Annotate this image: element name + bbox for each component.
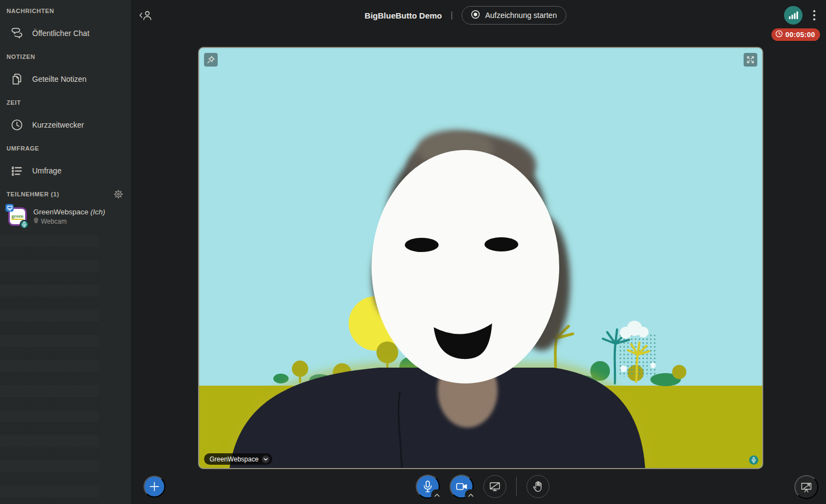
pin-icon [207, 56, 215, 64]
actions-plus-button[interactable] [143, 476, 165, 497]
stop-webcam-button[interactable] [450, 475, 474, 499]
raise-hand-button[interactable] [526, 475, 549, 498]
top-right-controls [784, 6, 818, 25]
sidebar-item-timer[interactable]: Kurzzeitwecker [0, 113, 131, 136]
section-header-umfrage: UMFRAGE [7, 143, 124, 154]
title-group: BigBlueButto Demo | Aufzeichnung starten [118, 0, 813, 31]
timer-clock-icon [775, 30, 783, 39]
webcam-feed [199, 48, 763, 469]
desktop-share-icon [5, 204, 14, 212]
participant-avatar: green [8, 207, 27, 226]
avatar-logo: green [11, 213, 23, 220]
top-bar: BigBlueButto Demo | Aufzeichnung starten [131, 0, 826, 31]
chat-icon [10, 26, 24, 40]
sidebar-item-label: Kurzzeitwecker [32, 121, 84, 129]
participant-row[interactable]: green GreenWebspace (Ich) [0, 205, 131, 228]
chevron-down-icon [262, 455, 270, 463]
signal-bars-icon [788, 11, 798, 20]
record-icon [471, 10, 480, 21]
video-name-tag[interactable]: GreenWebspace [204, 453, 272, 465]
section-header-label: UMFRAGE [7, 145, 39, 152]
fullscreen-button[interactable] [744, 53, 757, 67]
mute-microphone-button[interactable] [416, 475, 440, 499]
video-user-name: GreenWebspace [210, 455, 259, 463]
webcam-video: GreenWebspace [198, 47, 763, 469]
participant-mic-icon [20, 220, 29, 229]
title-divider: | [451, 10, 453, 20]
raise-hand-icon [532, 480, 544, 493]
restore-presentation-button[interactable] [794, 475, 818, 499]
timer-value: 00:05:00 [786, 31, 815, 39]
sidebar-item-public-chat[interactable]: Öffentlicher Chat [0, 22, 131, 45]
sidebar: NACHRICHTEN Öffentlicher Chat NOTIZEN [0, 0, 131, 504]
plus-icon [149, 482, 159, 491]
screenshare-icon [488, 481, 501, 493]
fullscreen-icon [746, 56, 755, 64]
poll-icon [10, 164, 24, 178]
participant-me-suffix: (Ich) [91, 208, 105, 216]
microphone-options-button[interactable] [431, 489, 442, 501]
recording-timer-badge: 00:05:00 [771, 28, 820, 41]
participant-name: GreenWebspace (Ich) [33, 208, 105, 216]
sidebar-item-label: Geteilte Notizen [32, 75, 87, 83]
section-header-zeit: ZEIT [7, 97, 124, 108]
bigbluebutton-app: NACHRICHTEN Öffentlicher Chat NOTIZEN [0, 0, 826, 504]
section-header-label: TEILNEHMER (1) [7, 191, 59, 197]
sidebar-item-poll[interactable]: Umfrage [0, 159, 131, 182]
screenshare-button[interactable] [483, 475, 506, 498]
section-header-nachrichten: NACHRICHTEN [7, 5, 124, 16]
notes-icon [10, 72, 24, 86]
video-mic-indicator [749, 455, 758, 465]
action-bar [0, 469, 826, 504]
webcam-icon [33, 218, 39, 225]
controls-divider [516, 477, 517, 496]
media-controls [416, 475, 549, 499]
sidebar-item-shared-notes[interactable]: Geteilte Notizen [0, 68, 131, 91]
section-header-label: NOTIZEN [7, 53, 35, 60]
participant-info: GreenWebspace (Ich) Webcam [33, 208, 105, 225]
kebab-menu-icon [813, 10, 816, 21]
participants-settings-button[interactable] [112, 188, 124, 200]
section-header-teilnehmer: TEILNEHMER (1) [7, 189, 124, 200]
connection-status-button[interactable] [784, 6, 803, 25]
clock-icon [10, 118, 24, 132]
white-mask-overlay [372, 150, 559, 383]
pin-video-button[interactable] [204, 53, 218, 67]
section-header-label: ZEIT [7, 99, 21, 106]
mic-icon [751, 457, 756, 463]
sidebar-item-label: Umfrage [32, 166, 62, 175]
start-recording-button[interactable]: Aufzeichnung starten [462, 6, 566, 25]
meeting-title: BigBlueButto Demo [364, 11, 442, 20]
webcam-options-button[interactable] [465, 489, 476, 501]
restore-presentation-icon [800, 481, 813, 494]
options-menu-button[interactable] [810, 6, 818, 25]
sidebar-item-label: Öffentlicher Chat [32, 29, 89, 38]
section-header-label: NACHRICHTEN [7, 8, 54, 14]
participant-status: Webcam [33, 218, 105, 225]
section-header-notizen: NOTIZEN [7, 51, 124, 62]
